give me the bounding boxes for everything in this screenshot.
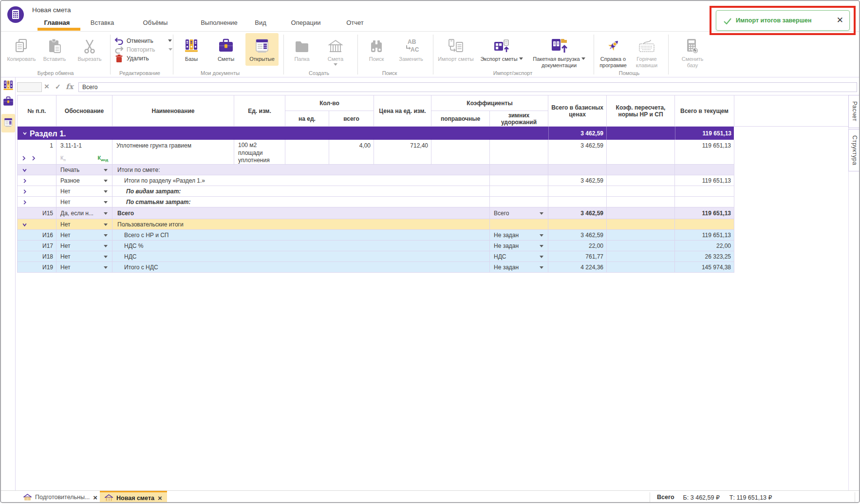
col-header-qty[interactable]: Кол-во [285,95,374,111]
col-header-price[interactable]: Цена на ед. изм. [374,95,431,127]
new-estimate-button[interactable]: Смета [322,35,349,66]
col-header-unit[interactable]: Ед. изм. [234,95,285,127]
summary-row[interactable]: Нет По статьям затрат: [17,197,734,207]
collapse-icon[interactable] [22,222,27,227]
menu-tab-operacii[interactable]: Операции [291,19,321,26]
summary-row[interactable]: Печать Итоги по смете: [17,165,734,175]
sidebar-estimates-icon[interactable] [2,95,14,108]
summary-row[interactable]: И18 Нет НДС НДС 761,77 26 323,25 [17,251,734,262]
summary-row[interactable]: И15 Да, если н... Всего Всего 3 462,59 1… [17,207,734,219]
search-button[interactable]: Поиск [364,35,389,62]
expand-icon[interactable] [22,189,27,194]
change-database-button[interactable]: Сменитьбазу [679,35,706,68]
delete-button[interactable]: Удалить [114,54,149,62]
menu-tab-obyomy[interactable]: Объёмы [143,19,168,26]
print-mode-dropdown[interactable]: Да, если н... [56,207,112,219]
redo-button[interactable]: Повторить [114,45,172,54]
menu-tab-vstavka[interactable]: Вставка [91,19,114,26]
expand-icon[interactable] [22,200,27,205]
print-mode-dropdown[interactable]: Нет [56,197,112,207]
dropdown-arrow-icon [540,234,543,237]
row-total-cur: 22,00 [675,241,734,251]
col-header-name[interactable]: Наименование [112,95,234,127]
col-header-justification[interactable]: Обоснование [56,95,112,127]
item-kind-coef[interactable]: Кинд [97,155,108,162]
col-header-qty-total[interactable]: всего [329,111,374,127]
confirm-formula-icon[interactable]: ✓ [55,81,61,92]
close-tab-icon[interactable]: × [93,494,97,501]
col-header-coef-adj[interactable]: поправочные [431,111,490,127]
col-header-num[interactable]: № п.п. [18,95,56,127]
print-mode-dropdown[interactable]: Нет [56,219,112,230]
col-header-total-base[interactable]: Всего в базисных ценах [548,95,607,127]
type-dropdown[interactable]: Не задан [490,230,548,241]
sidebar-opened-icon[interactable] [3,116,14,130]
item-expand-icon-1[interactable] [21,155,26,161]
menu-tab-otchet[interactable]: Отчет [346,19,364,26]
expand-icon[interactable] [22,178,27,184]
col-header-coef[interactable]: Коэффициенты [431,95,548,111]
item-row[interactable]: 1 3.11-1-1 Кп Кинд Уплотнение грунта гра… [17,140,734,165]
menu-tab-vid[interactable]: Вид [255,19,266,26]
col-header-recalc[interactable]: Коэф. пересчета, нормы НР и СП [607,95,675,127]
bases-button[interactable]: Базы [178,35,205,62]
cell-reference-input[interactable] [17,82,42,92]
summary-row[interactable]: Разное Итоги по разделу «Раздел 1.» 3 46… [17,175,734,186]
undo-button[interactable]: Отменить [114,37,172,45]
print-mode-dropdown[interactable]: Печать [56,165,112,175]
summary-row[interactable]: И19 Нет Итого с НДС Не задан 4 224,36 14… [17,262,734,273]
formula-input[interactable]: Всего [78,82,857,92]
active-tab-underline [37,28,80,31]
toast-close-icon[interactable]: ✕ [837,16,843,25]
type-dropdown[interactable]: Не задан [490,241,548,251]
cancel-formula-icon[interactable]: × [44,81,49,92]
item-expand-icon-2[interactable] [31,155,36,161]
section-total-cur: 119 651,13 [675,127,734,140]
estimates-button[interactable]: Сметы [212,35,240,62]
row-total-base: 22,00 [548,241,607,251]
side-tab-calc[interactable]: Расчет [848,95,860,128]
close-tab-icon[interactable]: × [158,494,162,502]
summary-row[interactable]: Нет По видам затрат: [17,186,734,197]
col-header-coef-winter[interactable]: зимних удорожаний [490,111,548,127]
sidebar-bases-icon[interactable] [2,79,14,93]
section-collapse-icon[interactable] [22,131,27,136]
print-mode-dropdown[interactable]: Нет [56,230,112,241]
print-mode-dropdown[interactable]: Нет [56,262,112,273]
col-header-qty-per[interactable]: на ед. [285,111,329,127]
col-header-total-cur[interactable]: Всего в текущем [675,95,734,127]
side-tab-structure[interactable]: Структура [848,129,860,171]
copy-button[interactable]: Копировать [7,35,36,62]
print-mode-dropdown[interactable]: Нет [56,241,112,251]
replace-button[interactable]: AB AC Заменить [395,35,427,62]
summary-row[interactable]: И17 Нет НДС % Не задан 22,00 22,00 [17,241,734,251]
opened-button[interactable]: Открытые [245,35,279,62]
document-tab-1[interactable]: Подготовительны... × [19,491,102,503]
cut-button[interactable]: Вырезать [75,35,104,62]
binoculars-icon [364,35,389,55]
collapse-icon[interactable] [22,168,27,173]
import-estimate-button[interactable]: Импорт сметы [437,35,475,62]
type-dropdown[interactable]: Всего [490,207,548,219]
type-dropdown[interactable]: НДС [490,251,548,262]
item-kp-coef[interactable]: Кп [60,155,66,162]
document-tab-2-active[interactable]: Новая смета × [100,491,167,503]
type-dropdown[interactable]: Не задан [490,262,548,273]
menu-tab-vypolnenie[interactable]: Выполнение [201,19,238,26]
export-estimate-button[interactable]: Экспорт сметы [476,35,527,62]
print-mode-dropdown[interactable]: Разное [56,175,112,186]
paste-button[interactable]: Вставить [42,35,67,62]
hotkeys-button[interactable]: Горячиеклавиши [632,35,661,68]
summary-row[interactable]: И16 Нет Всего с НР и СП Не задан 3 462,5… [17,230,734,241]
new-folder-button[interactable]: Папка [289,35,315,62]
help-about-button[interactable]: Справка опрограмме [599,35,627,68]
function-icon[interactable]: fx [66,81,73,92]
print-mode-dropdown[interactable]: Нет [56,251,112,262]
row-total-cur [675,197,734,207]
menu-tab-glavnaya[interactable]: Главная [44,19,70,26]
print-mode-dropdown[interactable]: Нет [56,186,112,197]
summary-row[interactable]: Нет Пользовательские итоги [17,219,734,230]
batch-export-button[interactable]: Пакетная выгрузка документации [528,35,590,68]
status-base-value: Б: 3 462,59 ₽ [683,494,720,501]
section-row[interactable]: Раздел 1. 3 462,59 119 651,13 [17,127,734,140]
